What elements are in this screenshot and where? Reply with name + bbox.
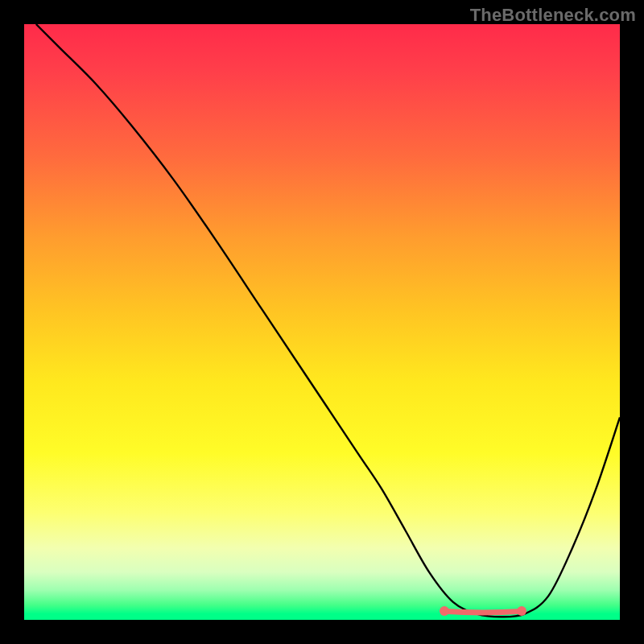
flat-region-markers [24, 24, 620, 620]
flat-region-start-marker [440, 606, 449, 616]
chart-container: TheBottleneck.com [0, 0, 644, 644]
plot-area [24, 24, 620, 620]
flat-region-end-marker [517, 606, 526, 616]
watermark-text: TheBottleneck.com [470, 5, 636, 26]
